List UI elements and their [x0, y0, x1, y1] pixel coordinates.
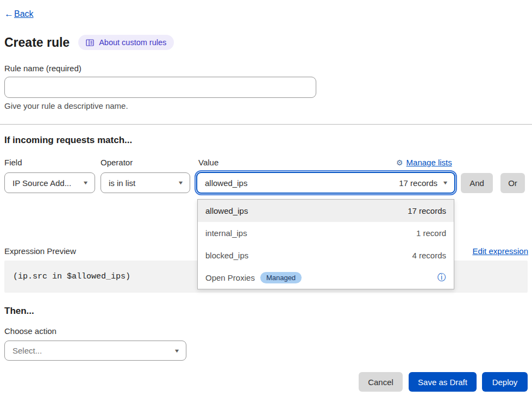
match-section-heading: If incoming requests match... [4, 135, 132, 146]
cancel-button[interactable]: Cancel [359, 372, 403, 392]
rule-name-helper-text: Give your rule a descriptive name. [4, 101, 128, 110]
operator-select[interactable]: is in list ▼ [101, 172, 190, 193]
list-dropdown: allowed_ips 17 records internal_ips 1 re… [197, 199, 454, 289]
back-link-label: Back [14, 9, 34, 19]
rule-name-input[interactable] [4, 77, 316, 98]
and-button[interactable]: And [461, 173, 493, 193]
list-item-internal-ips[interactable]: internal_ips 1 record [198, 222, 454, 244]
chevron-down-icon: ▼ [178, 180, 184, 185]
manage-lists-label: Manage lists [406, 158, 452, 167]
about-custom-rules-link[interactable]: About custom rules [78, 35, 174, 50]
list-item-blocked-ips[interactable]: blocked_ips 4 records [198, 244, 454, 267]
book-icon [86, 39, 94, 46]
list-item-name: Open Proxies [205, 273, 255, 282]
chevron-down-icon: ▼ [83, 180, 89, 185]
page-title: Create rule [4, 35, 70, 50]
value-label: Value [198, 158, 218, 167]
list-item-open-proxies[interactable]: Open Proxies Managed ⓘ [198, 267, 454, 289]
list-item-name: blocked_ips [205, 251, 248, 260]
back-arrow-icon: ← [4, 9, 14, 20]
field-select-value: IP Source Add... [12, 178, 71, 188]
info-icon[interactable]: ⓘ [437, 272, 446, 283]
value-select-records: 17 records [399, 178, 437, 188]
section-divider [0, 124, 532, 125]
title-row: Create rule About custom rules [4, 35, 174, 50]
create-rule-page: ←Back Create rule About custom rules Rul… [0, 0, 532, 402]
chevron-down-icon: ▼ [174, 348, 180, 354]
then-section-heading: Then... [4, 306, 34, 317]
rule-name-label: Rule name (required) [4, 64, 82, 73]
chevron-down-icon: ▼ [442, 180, 449, 185]
list-item-records: 4 records [412, 251, 446, 260]
list-item-allowed-ips[interactable]: allowed_ips 17 records [198, 200, 454, 222]
list-item-records: 1 record [416, 228, 446, 238]
managed-badge: Managed [260, 272, 302, 283]
deploy-button[interactable]: Deploy [482, 372, 528, 392]
field-select[interactable]: IP Source Add... ▼ [4, 172, 95, 193]
edit-expression-link[interactable]: Edit expression [472, 246, 528, 256]
list-item-name: allowed_ips [205, 206, 248, 215]
list-item-name: internal_ips [205, 228, 247, 238]
choose-action-label: Choose action [4, 326, 57, 336]
manage-lists-link[interactable]: ⚙ Manage lists [396, 158, 452, 167]
about-custom-rules-label: About custom rules [99, 38, 166, 47]
value-select[interactable]: allowed_ips 17 records ▼ [196, 172, 455, 194]
expression-preview-label: Expression Preview [4, 246, 76, 256]
operator-label: Operator [101, 158, 133, 167]
save-as-draft-button[interactable]: Save as Draft [409, 372, 477, 392]
list-item-records: 17 records [408, 206, 446, 215]
action-select[interactable]: Select... ▼ [4, 341, 186, 361]
action-select-placeholder: Select... [12, 346, 42, 355]
expression-code: (ip.src in $allowed_ips) [13, 272, 130, 281]
back-link[interactable]: ←Back [4, 9, 34, 20]
operator-select-value: is in list [109, 178, 135, 188]
gear-icon: ⚙ [396, 158, 403, 167]
field-label: Field [4, 158, 22, 167]
value-select-value: allowed_ips [205, 178, 247, 188]
or-button[interactable]: Or [500, 173, 525, 193]
